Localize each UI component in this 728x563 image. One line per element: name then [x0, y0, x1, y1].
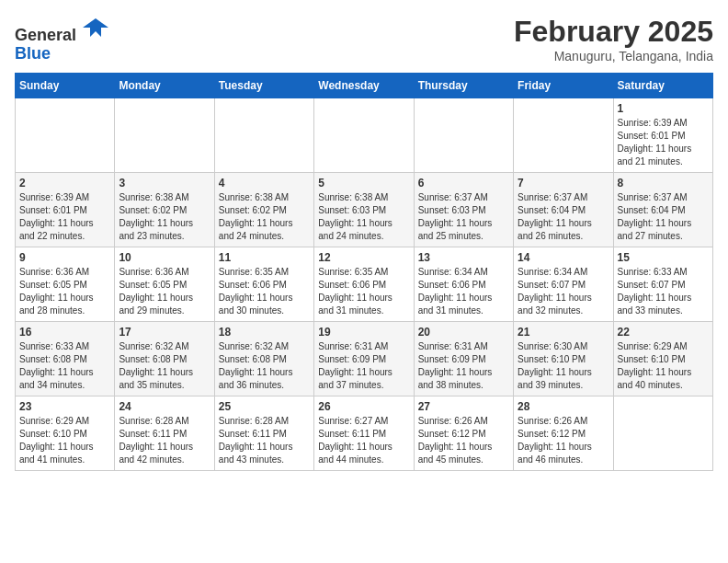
day-info: Sunrise: 6:39 AM Sunset: 6:01 PM Dayligh…: [19, 191, 110, 243]
week-row-1: 1Sunrise: 6:39 AM Sunset: 6:01 PM Daylig…: [16, 98, 713, 173]
day-info: Sunrise: 6:36 AM Sunset: 6:05 PM Dayligh…: [119, 266, 210, 317]
calendar-cell: 27Sunrise: 6:26 AM Sunset: 6:12 PM Dayli…: [414, 396, 513, 471]
weekday-header-thursday: Thursday: [414, 74, 513, 98]
logo-bird-icon: [83, 15, 108, 40]
day-number: 2: [19, 177, 110, 190]
day-info: Sunrise: 6:28 AM Sunset: 6:11 PM Dayligh…: [219, 415, 310, 466]
calendar-cell: 20Sunrise: 6:31 AM Sunset: 6:09 PM Dayli…: [414, 322, 513, 396]
day-info: Sunrise: 6:37 AM Sunset: 6:03 PM Dayligh…: [418, 191, 509, 243]
calendar-cell: 28Sunrise: 6:26 AM Sunset: 6:12 PM Dayli…: [514, 396, 613, 471]
day-number: 15: [618, 251, 709, 264]
logo: General Blue: [15, 15, 108, 63]
day-number: 22: [618, 326, 709, 339]
day-number: 8: [618, 177, 709, 190]
weekday-header-monday: Monday: [115, 74, 214, 98]
day-info: Sunrise: 6:35 AM Sunset: 6:06 PM Dayligh…: [219, 266, 310, 317]
location-text: Manuguru, Telangana, India: [514, 49, 713, 63]
month-title: February 2025: [514, 15, 713, 49]
weekday-header-row: SundayMondayTuesdayWednesdayThursdayFrid…: [16, 74, 713, 98]
day-number: 11: [219, 251, 310, 264]
day-number: 20: [418, 326, 509, 339]
calendar-cell: 18Sunrise: 6:32 AM Sunset: 6:08 PM Dayli…: [214, 322, 313, 396]
calendar-cell: 17Sunrise: 6:32 AM Sunset: 6:08 PM Dayli…: [115, 322, 214, 396]
calendar-table: SundayMondayTuesdayWednesdayThursdayFrid…: [15, 73, 713, 471]
week-row-5: 23Sunrise: 6:29 AM Sunset: 6:10 PM Dayli…: [16, 396, 713, 471]
calendar-cell: 7Sunrise: 6:37 AM Sunset: 6:04 PM Daylig…: [514, 173, 613, 247]
title-section: February 2025 Manuguru, Telangana, India: [514, 15, 713, 63]
calendar-cell: 14Sunrise: 6:34 AM Sunset: 6:07 PM Dayli…: [514, 247, 613, 322]
day-number: 14: [518, 251, 609, 264]
calendar-cell: 11Sunrise: 6:35 AM Sunset: 6:06 PM Dayli…: [214, 247, 313, 322]
day-number: 3: [119, 177, 210, 190]
calendar-cell: 23Sunrise: 6:29 AM Sunset: 6:10 PM Dayli…: [16, 396, 115, 471]
calendar-cell: 6Sunrise: 6:37 AM Sunset: 6:03 PM Daylig…: [414, 173, 513, 247]
day-info: Sunrise: 6:39 AM Sunset: 6:01 PM Dayligh…: [618, 117, 709, 168]
calendar-cell: 10Sunrise: 6:36 AM Sunset: 6:05 PM Dayli…: [115, 247, 214, 322]
day-number: 16: [19, 326, 110, 339]
day-info: Sunrise: 6:34 AM Sunset: 6:07 PM Dayligh…: [518, 266, 609, 317]
day-number: 10: [119, 251, 210, 264]
week-row-4: 16Sunrise: 6:33 AM Sunset: 6:08 PM Dayli…: [16, 322, 713, 396]
day-number: 1: [618, 102, 709, 115]
day-info: Sunrise: 6:32 AM Sunset: 6:08 PM Dayligh…: [119, 340, 210, 392]
day-info: Sunrise: 6:37 AM Sunset: 6:04 PM Dayligh…: [618, 191, 709, 243]
calendar-cell: 3Sunrise: 6:38 AM Sunset: 6:02 PM Daylig…: [115, 173, 214, 247]
weekday-header-tuesday: Tuesday: [214, 74, 313, 98]
day-info: Sunrise: 6:38 AM Sunset: 6:02 PM Dayligh…: [219, 191, 310, 243]
day-info: Sunrise: 6:29 AM Sunset: 6:10 PM Dayligh…: [618, 340, 709, 392]
day-number: 18: [219, 326, 310, 339]
day-number: 19: [318, 326, 409, 339]
day-number: 13: [418, 251, 509, 264]
day-number: 17: [119, 326, 210, 339]
day-info: Sunrise: 6:38 AM Sunset: 6:02 PM Dayligh…: [119, 191, 210, 243]
svg-marker-0: [83, 18, 108, 37]
calendar-cell: 15Sunrise: 6:33 AM Sunset: 6:07 PM Dayli…: [613, 247, 712, 322]
calendar-cell: 26Sunrise: 6:27 AM Sunset: 6:11 PM Dayli…: [314, 396, 414, 471]
calendar-cell: [514, 98, 613, 173]
calendar-cell: 5Sunrise: 6:38 AM Sunset: 6:03 PM Daylig…: [314, 173, 414, 247]
day-info: Sunrise: 6:38 AM Sunset: 6:03 PM Dayligh…: [318, 191, 409, 243]
day-info: Sunrise: 6:37 AM Sunset: 6:04 PM Dayligh…: [518, 191, 609, 243]
day-info: Sunrise: 6:34 AM Sunset: 6:06 PM Dayligh…: [418, 266, 509, 317]
day-info: Sunrise: 6:33 AM Sunset: 6:07 PM Dayligh…: [618, 266, 709, 317]
calendar-cell: [115, 98, 214, 173]
calendar-cell: 8Sunrise: 6:37 AM Sunset: 6:04 PM Daylig…: [613, 173, 712, 247]
calendar-cell: 2Sunrise: 6:39 AM Sunset: 6:01 PM Daylig…: [16, 173, 115, 247]
day-info: Sunrise: 6:26 AM Sunset: 6:12 PM Dayligh…: [518, 415, 609, 466]
day-info: Sunrise: 6:29 AM Sunset: 6:10 PM Dayligh…: [19, 415, 110, 466]
weekday-header-friday: Friday: [514, 74, 613, 98]
day-info: Sunrise: 6:33 AM Sunset: 6:08 PM Dayligh…: [19, 340, 110, 392]
day-info: Sunrise: 6:31 AM Sunset: 6:09 PM Dayligh…: [418, 340, 509, 392]
day-number: 5: [318, 177, 409, 190]
calendar-cell: 9Sunrise: 6:36 AM Sunset: 6:05 PM Daylig…: [16, 247, 115, 322]
calendar-cell: 24Sunrise: 6:28 AM Sunset: 6:11 PM Dayli…: [115, 396, 214, 471]
day-number: 9: [19, 251, 110, 264]
day-number: 4: [219, 177, 310, 190]
calendar-cell: 13Sunrise: 6:34 AM Sunset: 6:06 PM Dayli…: [414, 247, 513, 322]
calendar-cell: 1Sunrise: 6:39 AM Sunset: 6:01 PM Daylig…: [613, 98, 712, 173]
day-number: 26: [318, 400, 409, 413]
day-number: 25: [219, 400, 310, 413]
page-header: General Blue February 2025 Manuguru, Tel…: [15, 15, 713, 63]
day-number: 6: [418, 177, 509, 190]
day-info: Sunrise: 6:31 AM Sunset: 6:09 PM Dayligh…: [318, 340, 409, 392]
weekday-header-wednesday: Wednesday: [314, 74, 414, 98]
calendar-cell: [214, 98, 313, 173]
day-info: Sunrise: 6:36 AM Sunset: 6:05 PM Dayligh…: [19, 266, 110, 317]
day-info: Sunrise: 6:26 AM Sunset: 6:12 PM Dayligh…: [418, 415, 509, 466]
calendar-cell: [613, 396, 712, 471]
calendar-cell: 16Sunrise: 6:33 AM Sunset: 6:08 PM Dayli…: [16, 322, 115, 396]
day-info: Sunrise: 6:32 AM Sunset: 6:08 PM Dayligh…: [219, 340, 310, 392]
day-number: 12: [318, 251, 409, 264]
day-info: Sunrise: 6:30 AM Sunset: 6:10 PM Dayligh…: [518, 340, 609, 392]
weekday-header-saturday: Saturday: [613, 74, 712, 98]
calendar-cell: 12Sunrise: 6:35 AM Sunset: 6:06 PM Dayli…: [314, 247, 414, 322]
day-number: 21: [518, 326, 609, 339]
weekday-header-sunday: Sunday: [16, 74, 115, 98]
day-info: Sunrise: 6:28 AM Sunset: 6:11 PM Dayligh…: [119, 415, 210, 466]
calendar-cell: 21Sunrise: 6:30 AM Sunset: 6:10 PM Dayli…: [514, 322, 613, 396]
day-number: 27: [418, 400, 509, 413]
calendar-cell: 22Sunrise: 6:29 AM Sunset: 6:10 PM Dayli…: [613, 322, 712, 396]
day-number: 24: [119, 400, 210, 413]
logo-blue-text: Blue: [15, 44, 51, 63]
